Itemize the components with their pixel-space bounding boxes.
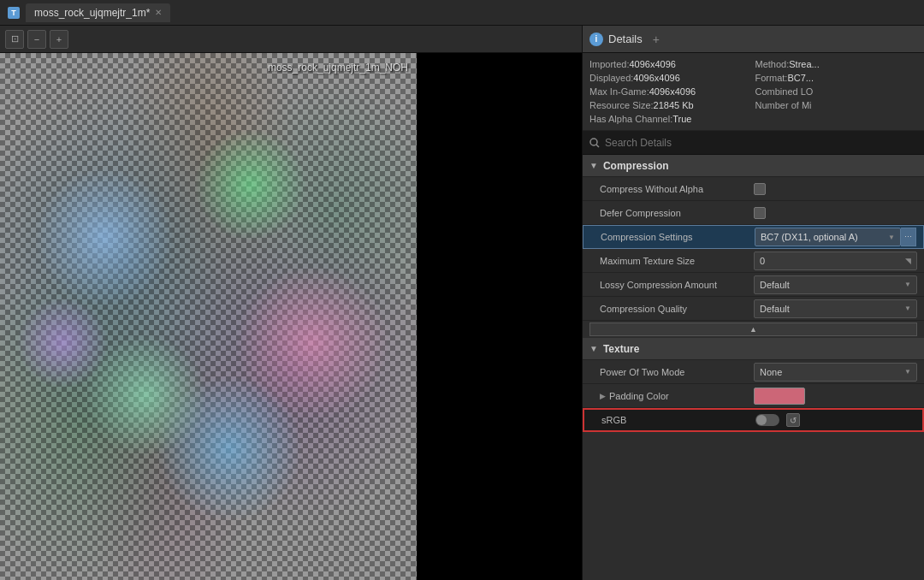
alpha-value: True	[672, 114, 691, 124]
compression-quality-control: Default ▼	[754, 299, 917, 318]
max-texture-size-row: Maximum Texture Size 0 ◥	[583, 249, 924, 273]
info-imported: Imported: 4096x4096	[589, 58, 752, 70]
zoom-in-button[interactable]: +	[50, 30, 68, 49]
viewport-toolbar: ⊡ − +	[0, 26, 582, 53]
compression-quality-dropdown[interactable]: Default ▼	[754, 299, 917, 318]
close-tab-icon[interactable]: ✕	[155, 8, 162, 17]
texture-expand-arrow: ▼	[589, 344, 598, 353]
resource-size-label: Resource Size:	[589, 100, 654, 110]
power-of-two-dropdown[interactable]: None ▼	[754, 363, 917, 382]
texture-section-header[interactable]: ▼ Texture	[583, 338, 924, 360]
padding-color-swatch[interactable]	[754, 388, 805, 405]
scroll-up-button[interactable]: ▲	[589, 323, 917, 336]
texture-overlay2	[0, 53, 417, 580]
texture-info-section: Imported: 4096x4096 Method: Strea... Dis…	[583, 53, 924, 131]
info-method: Method: Strea...	[755, 58, 918, 70]
compression-quality-row: Compression Quality Default ▼	[583, 297, 924, 321]
compress-without-alpha-row: Compress Without Alpha	[583, 177, 924, 201]
displayed-value: 4096x4096	[633, 73, 679, 83]
compress-without-alpha-checkbox[interactable]	[754, 183, 766, 195]
padding-color-row: ▶ Padding Color	[583, 384, 924, 408]
compress-without-alpha-control	[754, 183, 917, 195]
compression-settings-value: BC7 (DX11, optional A)	[761, 232, 858, 242]
info-combined-lo: Combined LO	[755, 86, 918, 98]
zoom-out-button[interactable]: −	[27, 30, 46, 49]
details-panel: i Details + Imported: 4096x4096 Method: …	[582, 26, 924, 580]
lossy-dropdown-arrow: ▼	[904, 281, 911, 288]
svg-point-2	[590, 139, 597, 145]
texture-canvas: moss_rock_ujqmejtr_1m_NOH	[0, 53, 417, 580]
srgb-toggle-knob	[756, 415, 767, 425]
alpha-label: Has Alpha Channel:	[589, 114, 672, 124]
power-of-two-row: Power Of Two Mode None ▼	[583, 360, 924, 384]
padding-color-expand-icon[interactable]: ▶	[600, 392, 606, 400]
main-content: ⊡ − + moss_rock_ujqmejtr_1m_NOH i Detail…	[0, 26, 924, 580]
properties-area: ▼ Compression Compress Without Alpha Def…	[583, 155, 924, 580]
compression-settings-dropdown[interactable]: BC7 (DX11, optional A) ▼	[755, 228, 901, 246]
max-ingame-label: Max In-Game:	[589, 86, 649, 97]
compress-without-alpha-label: Compress Without Alpha	[600, 184, 754, 194]
svg-text:T: T	[11, 9, 16, 17]
compression-settings-extra-button[interactable]: ⋯	[901, 228, 916, 246]
compression-quality-value: Default	[760, 304, 790, 314]
combined-lo-label: Combined LO	[755, 86, 814, 97]
defer-compression-label: Defer Compression	[600, 208, 754, 218]
format-label: Format:	[755, 73, 788, 83]
imported-value: 4096x4096	[629, 59, 675, 69]
max-ingame-value: 4096x4096	[649, 86, 696, 97]
svg-line-3	[596, 145, 599, 147]
power-of-two-label: Power Of Two Mode	[600, 367, 754, 377]
power-of-two-arrow: ▼	[904, 368, 911, 376]
defer-compression-row: Defer Compression	[583, 201, 924, 225]
compression-section-title: Compression	[603, 160, 669, 172]
search-input[interactable]	[605, 137, 917, 149]
checkerboard-button[interactable]: ⊡	[5, 30, 24, 49]
number-input-arrow: ◥	[905, 257, 911, 265]
black-area	[417, 53, 582, 580]
lossy-compression-value: Default	[760, 280, 790, 290]
details-icon: i	[589, 33, 603, 46]
quality-dropdown-arrow: ▼	[904, 305, 911, 312]
mip-count-label: Number of Mi	[755, 100, 812, 110]
texture-viewport: ⊡ − + moss_rock_ujqmejtr_1m_NOH	[0, 26, 582, 580]
compression-settings-row: Compression Settings BC7 (DX11, optional…	[583, 225, 924, 249]
max-texture-size-input[interactable]: 0 ◥	[754, 252, 917, 270]
document-tab[interactable]: moss_rock_ujqmejtr_1m* ✕	[26, 3, 170, 22]
info-format: Format: BC7...	[755, 72, 918, 84]
displayed-label: Displayed:	[589, 73, 633, 83]
panel-header: i Details +	[583, 26, 924, 53]
lossy-compression-row: Lossy Compression Amount Default ▼	[583, 273, 924, 297]
srgb-reset-button[interactable]: ↺	[786, 413, 800, 427]
add-section-icon[interactable]: +	[653, 33, 660, 46]
texture-label: moss_rock_ujqmejtr_1m_NOH	[268, 62, 408, 74]
srgb-control: ↺	[755, 413, 915, 427]
info-max-ingame: Max In-Game: 4096x4096	[589, 86, 752, 98]
panel-title: Details	[608, 33, 643, 45]
max-texture-size-label: Maximum Texture Size	[600, 256, 754, 266]
srgb-row: sRGB ↺	[583, 408, 924, 432]
compression-section-header[interactable]: ▼ Compression	[583, 155, 924, 177]
tab-label: moss_rock_ujqmejtr_1m*	[34, 7, 150, 19]
method-value: Strea...	[789, 59, 819, 69]
lossy-compression-control: Default ▼	[754, 275, 917, 294]
info-alpha-channel: Has Alpha Channel: True	[589, 113, 752, 125]
texture-section-title: Texture	[603, 343, 639, 355]
defer-compression-checkbox[interactable]	[754, 207, 766, 219]
compression-settings-label: Compression Settings	[601, 232, 755, 242]
lossy-compression-dropdown[interactable]: Default ▼	[754, 275, 917, 294]
imported-label: Imported:	[589, 59, 629, 69]
info-mip-count: Number of Mi	[755, 99, 918, 111]
lossy-compression-label: Lossy Compression Amount	[600, 280, 754, 290]
srgb-toggle[interactable]	[755, 414, 779, 426]
padding-color-control	[754, 388, 917, 405]
compression-expand-arrow: ▼	[589, 161, 598, 170]
method-label: Method:	[755, 59, 790, 69]
info-displayed: Displayed: 4096x4096	[589, 72, 752, 84]
format-value: BC7...	[787, 73, 814, 83]
compression-settings-control: BC7 (DX11, optional A) ▼ ⋯	[755, 228, 916, 246]
max-texture-size-control: 0 ◥	[754, 252, 917, 270]
power-of-two-control: None ▼	[754, 363, 917, 382]
padding-color-label: ▶ Padding Color	[600, 391, 754, 401]
search-icon	[589, 138, 600, 148]
resource-size-value: 21845 Kb	[654, 100, 694, 110]
